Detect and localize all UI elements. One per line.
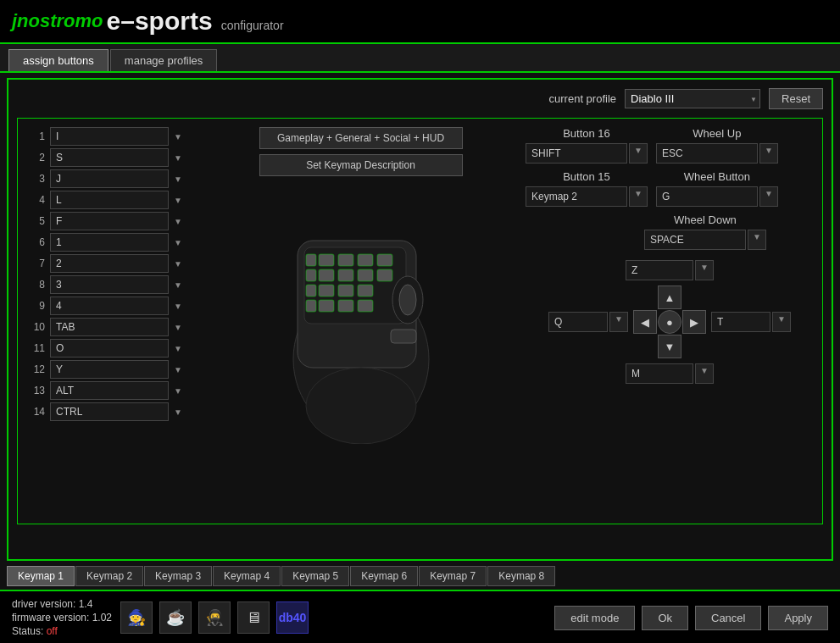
button-input-4[interactable] <box>50 191 169 209</box>
button-input-6[interactable] <box>50 233 169 252</box>
button-input-11[interactable] <box>50 339 169 358</box>
dpad-left-arrow[interactable]: ▼ <box>609 312 628 332</box>
button-row: 3 ▼ <box>26 169 196 188</box>
button-row: 1 ▼ <box>26 127 196 146</box>
keymap-tab-keymap6[interactable]: Keymap 6 <box>350 566 418 586</box>
footer-icons: 🧙 ☕ 🥷 🖥 db40 <box>120 601 309 634</box>
wheel-up-input[interactable] <box>656 143 758 164</box>
button-input-2[interactable] <box>50 148 169 167</box>
tab-manage-profiles[interactable]: manage profiles <box>110 49 218 71</box>
keymap-tab-keymap3[interactable]: Keymap 3 <box>144 566 212 586</box>
wheel-up-group: Wheel Up ▼ <box>656 127 778 164</box>
button-input-3[interactable] <box>50 169 169 188</box>
dpad-left-button[interactable]: ◀ <box>633 310 657 334</box>
button-input-12[interactable] <box>50 360 169 379</box>
button-input-8[interactable] <box>50 275 169 294</box>
button-input-10[interactable] <box>50 318 169 336</box>
button16-label: Button 16 <box>526 127 648 140</box>
keymap-tab-keymap4[interactable]: Keymap 4 <box>213 566 281 586</box>
reset-button[interactable]: Reset <box>769 88 823 109</box>
button-input-13[interactable] <box>50 381 169 400</box>
button-dropdown-9[interactable]: ▼ <box>174 302 184 311</box>
svg-rect-23 <box>391 330 416 343</box>
dpad-down-button[interactable]: ▼ <box>658 335 681 358</box>
button-num: 10 <box>26 321 45 333</box>
keymap-tab-keymap2[interactable]: Keymap 2 <box>75 566 143 586</box>
button-dropdown-3[interactable]: ▼ <box>174 175 184 184</box>
product-subtitle: configurator <box>221 19 284 32</box>
edit-mode-button[interactable]: edit mode <box>554 606 635 630</box>
button-dropdown-12[interactable]: ▼ <box>174 365 184 374</box>
dpad-cell-empty-tl <box>633 285 657 309</box>
button-dropdown-10[interactable]: ▼ <box>174 323 184 332</box>
button-num: 13 <box>26 385 45 396</box>
dpad-center-button[interactable]: ● <box>658 310 681 334</box>
button-dropdown-5[interactable]: ▼ <box>174 217 184 226</box>
button15-input[interactable] <box>526 186 627 207</box>
button-input-7[interactable] <box>50 254 169 273</box>
keymap-tab-keymap1[interactable]: Keymap 1 <box>7 566 75 586</box>
dpad-up-arrow[interactable]: ▼ <box>695 260 714 280</box>
button-num: 2 <box>26 152 45 164</box>
status-value: off <box>47 625 58 637</box>
dpad-down-input[interactable] <box>626 363 693 384</box>
button-input-5[interactable] <box>50 212 169 230</box>
button15-arrow[interactable]: ▼ <box>629 186 648 207</box>
wheel-button-input[interactable] <box>656 186 758 207</box>
dpad-up-input[interactable] <box>626 260 693 280</box>
button-row: 8 ▼ <box>26 275 196 294</box>
tab-assign-buttons[interactable]: assign buttons <box>8 49 108 71</box>
wheel-down-group: Wheel Down ▼ <box>644 213 766 250</box>
wheel-up-label: Wheel Up <box>656 127 778 140</box>
button15-label: Button 15 <box>526 170 648 183</box>
icon-ninja: 🥷 <box>198 601 231 634</box>
dpad-down-arrow[interactable]: ▼ <box>695 363 714 384</box>
keymap-tab-keymap5[interactable]: Keymap 5 <box>281 566 349 586</box>
button-dropdown-8[interactable]: ▼ <box>174 280 184 290</box>
button-row: 2 ▼ <box>26 148 196 167</box>
profile-select[interactable]: Diablo III <box>625 89 760 108</box>
dpad-left-input[interactable] <box>548 312 608 332</box>
button16-arrow[interactable]: ▼ <box>629 143 648 164</box>
button-list: 1 ▼ 2 ▼ 3 ▼ 4 ▼ 5 ▼ 6 ▼ 7 ▼ 8 <box>26 127 196 515</box>
button-dropdown-2[interactable]: ▼ <box>174 153 184 163</box>
svg-point-26 <box>306 368 416 444</box>
button-dropdown-7[interactable]: ▼ <box>174 259 184 269</box>
button-input-1[interactable] <box>50 127 169 146</box>
keymap-tab-keymap8[interactable]: Keymap 8 <box>487 566 555 586</box>
apply-button[interactable]: Apply <box>768 606 828 630</box>
button16-input[interactable] <box>526 143 627 164</box>
button-dropdown-13[interactable]: ▼ <box>174 386 184 396</box>
right-column: Button 16 ▼ Wheel Up ▼ <box>526 127 814 515</box>
button-dropdown-14[interactable]: ▼ <box>174 407 184 417</box>
dpad-right-arrow[interactable]: ▼ <box>772 312 791 332</box>
button-row: 10 ▼ <box>26 318 196 336</box>
button-input-9[interactable] <box>50 297 169 315</box>
main-content: current profile Diablo III Reset 1 ▼ 2 ▼… <box>7 78 833 561</box>
button-num: 1 <box>26 130 45 142</box>
dpad-right-button[interactable]: ▶ <box>682 310 706 334</box>
wheel-button-arrow[interactable]: ▼ <box>759 186 778 207</box>
dpad-up-button[interactable]: ▲ <box>658 285 681 309</box>
button-dropdown-6[interactable]: ▼ <box>174 238 184 247</box>
button-dropdown-4[interactable]: ▼ <box>174 196 184 205</box>
set-keymap-button[interactable]: Set Keymap Description <box>259 154 463 176</box>
cancel-button[interactable]: Cancel <box>695 606 761 630</box>
button-dropdown-11[interactable]: ▼ <box>174 344 184 353</box>
wheel-down-input[interactable] <box>644 230 746 250</box>
wheel-down-arrow[interactable]: ▼ <box>748 230 766 250</box>
button-row: 7 ▼ <box>26 254 196 273</box>
button-dropdown-1[interactable]: ▼ <box>174 132 184 141</box>
keymap-description-button[interactable]: Gameplay + General + Social + HUD <box>259 127 463 149</box>
button-row: 13 ▼ <box>26 381 196 400</box>
dpad-right-input[interactable] <box>711 312 770 332</box>
svg-rect-20 <box>306 300 316 312</box>
wheel-up-arrow[interactable]: ▼ <box>759 143 778 164</box>
button-num: 4 <box>26 194 45 206</box>
ok-button[interactable]: Ok <box>642 606 688 630</box>
keymap-tab-keymap7[interactable]: Keymap 7 <box>419 566 487 586</box>
svg-rect-3 <box>319 254 334 266</box>
svg-rect-13 <box>319 285 334 297</box>
svg-rect-7 <box>306 254 316 266</box>
button-input-14[interactable] <box>50 402 169 421</box>
